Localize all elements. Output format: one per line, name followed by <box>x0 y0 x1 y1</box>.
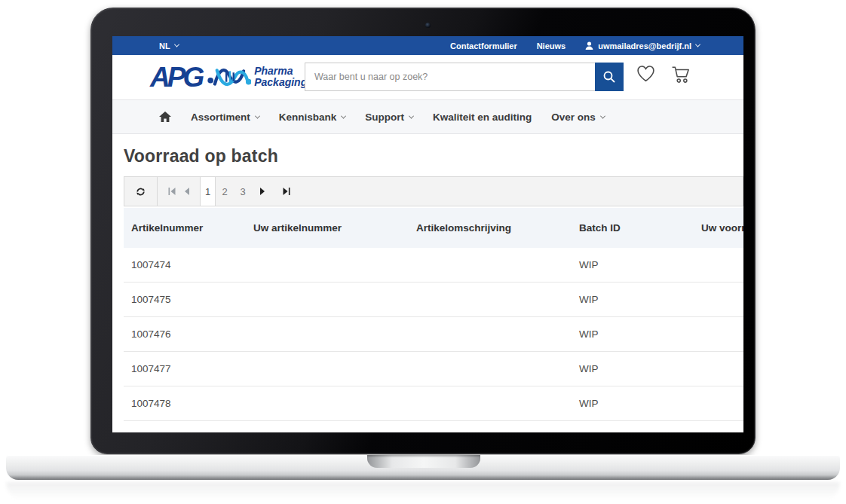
pager-prev-group <box>158 177 201 206</box>
table-row[interactable]: 1007478 WIP <box>124 386 743 421</box>
cell-artikelnummer: 1007476 <box>124 328 246 340</box>
nav-label: Kwaliteit en auditing <box>433 111 532 123</box>
cell-artikelnummer: 1007477 <box>124 363 246 374</box>
page-number[interactable]: 3 <box>234 177 252 206</box>
search-icon <box>602 70 616 84</box>
table-row[interactable]: 1007474 WIP <box>124 248 743 283</box>
cell-batch-id: WIP <box>572 398 694 409</box>
cell-batch-id: WIP <box>572 363 694 374</box>
dna-helix-icon <box>207 61 251 93</box>
table-row[interactable]: 1007475 WIP <box>124 283 743 317</box>
laptop-screen: NL Contactformulier Nieuws uwmailadres@b… <box>112 36 743 432</box>
page-content: Voorraad op batch <box>112 134 743 432</box>
prev-page-icon <box>184 188 190 195</box>
logo-acronym: APG <box>150 63 207 91</box>
webcam-dot <box>425 23 431 28</box>
cell-batch-id: WIP <box>572 259 694 270</box>
page-number[interactable]: 2 <box>216 177 234 206</box>
cell-artikelnummer: 1007474 <box>124 259 246 270</box>
prev-page-button[interactable] <box>184 188 190 195</box>
page-title: Voorraad op batch <box>124 146 278 166</box>
nav-home-button[interactable] <box>159 111 171 122</box>
nav-item-support[interactable]: Support <box>365 111 413 123</box>
search-button[interactable] <box>595 63 624 91</box>
chevron-down-icon <box>600 113 605 118</box>
chevron-down-icon <box>255 113 260 118</box>
cell-batch-id: WIP <box>572 294 694 305</box>
table-row[interactable]: 1007477 WIP <box>124 352 743 386</box>
language-label: NL <box>159 41 170 50</box>
heart-icon <box>636 65 656 83</box>
home-icon <box>159 111 171 122</box>
page-number-current[interactable]: 1 <box>201 177 216 206</box>
last-page-icon <box>283 188 290 195</box>
chevron-down-icon <box>341 113 346 118</box>
first-page-button[interactable] <box>168 188 176 195</box>
logo-tagline: Pharma Packaging <box>254 66 307 87</box>
search-box <box>305 63 624 91</box>
account-menu[interactable]: uwmailadres@bedrijf.nl <box>585 41 700 50</box>
column-header-batch-id: Batch ID <box>572 222 694 234</box>
column-header-uw-artikelnummer: Uw artikelnummer <box>246 222 409 234</box>
nav-item-kwaliteit-en-auditing[interactable]: Kwaliteit en auditing <box>433 111 532 123</box>
batch-table: Artikelnummer Uw artikelnummer Artikelom… <box>124 208 743 421</box>
account-email: uwmailadres@bedrijf.nl <box>598 41 691 50</box>
search-input[interactable] <box>305 63 595 91</box>
site-logo[interactable]: APG Pharma Packaging <box>150 61 307 93</box>
column-header-uw-voorraad: Uw voorraad <box>694 222 743 234</box>
nav-label: Assortiment <box>191 111 250 123</box>
nav-label: Support <box>365 111 404 123</box>
nav-item-kennisbank[interactable]: Kennisbank <box>279 111 346 123</box>
refresh-icon <box>135 186 146 197</box>
last-page-button[interactable] <box>273 177 300 206</box>
topbar: NL Contactformulier Nieuws uwmailadres@b… <box>112 36 743 55</box>
chevron-down-icon <box>409 113 414 118</box>
laptop-bezel: NL Contactformulier Nieuws uwmailadres@b… <box>90 8 756 454</box>
nav-label: Over ons <box>551 111 596 123</box>
column-header-artikelomschrijving: Artikelomschrijving <box>409 222 572 234</box>
nav-label: Kennisbank <box>279 111 337 123</box>
cart-button[interactable] <box>671 65 692 87</box>
chevron-down-icon <box>695 42 700 47</box>
pagination-toolbar: 1 2 3 <box>124 176 743 206</box>
main-nav: Assortiment Kennisbank Support Kwaliteit… <box>112 99 743 134</box>
cart-icon <box>671 65 692 84</box>
first-page-icon <box>168 188 176 195</box>
nav-item-assortiment[interactable]: Assortiment <box>191 111 259 123</box>
next-page-icon <box>259 188 265 195</box>
language-selector[interactable]: NL <box>159 41 179 50</box>
table-header-row: Artikelnummer Uw artikelnummer Artikelom… <box>124 208 743 248</box>
column-header-artikelnummer: Artikelnummer <box>124 222 246 234</box>
refresh-button[interactable] <box>124 177 158 206</box>
site-header: APG Pharma Packaging <box>112 55 743 99</box>
laptop-reflection <box>6 482 840 502</box>
cell-artikelnummer: 1007478 <box>124 398 246 409</box>
topbar-link-contactformulier[interactable]: Contactformulier <box>450 41 517 50</box>
topbar-link-label: Contactformulier <box>450 41 517 50</box>
next-page-button[interactable] <box>252 177 273 206</box>
cell-artikelnummer: 1007475 <box>124 294 246 305</box>
chevron-down-icon <box>174 42 179 47</box>
wishlist-button[interactable] <box>636 65 656 86</box>
cell-batch-id: WIP <box>572 328 694 340</box>
nav-item-over-ons[interactable]: Over ons <box>551 111 605 123</box>
laptop-base-notch <box>367 455 480 468</box>
table-row[interactable]: 1007476 WIP <box>124 317 743 352</box>
topbar-link-nieuws[interactable]: Nieuws <box>537 41 566 50</box>
topbar-link-label: Nieuws <box>537 41 566 50</box>
user-icon <box>585 41 593 50</box>
